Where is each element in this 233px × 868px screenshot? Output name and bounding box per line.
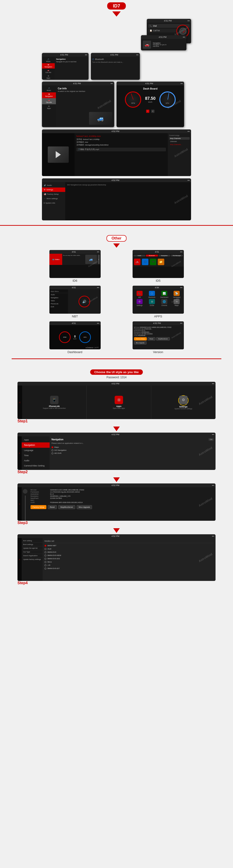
- nbt-screen: 4:51▪▪▪ Main Menu Audio Navigation Video…: [49, 286, 101, 314]
- step4-row: 4:52 PM▪▪▪ ‹ Arm setting Boot settings U…: [18, 534, 215, 586]
- mode-evo-id7[interactable]: BMW-EV0-ID7: [44, 567, 214, 569]
- settings-sysinfo[interactable]: ℹ System info: [42, 201, 65, 205]
- apps-label: APPS: [154, 315, 162, 318]
- bt-title: Bluetooth: [95, 58, 104, 60]
- car-type[interactable]: Car Type: [22, 550, 43, 554]
- id5-label: ID5: [156, 279, 160, 282]
- other-item-dashboard: 4:51▪▪▪ RPM 0 km/h KPH: [35, 321, 115, 354]
- id7-section: ID7 4:51 PM ▪▪▪ 📞 Dial: [0, 0, 233, 233]
- arm-setting[interactable]: Arm setting: [22, 539, 43, 543]
- step2-nav-left[interactable]: ‹: [18, 436, 22, 470]
- other-section: Other 4:51▪▪▪ 📹 Video Do not stop the vi…: [0, 233, 233, 366]
- step1-row: 4:52 PM▪▪▪ ‹ 📱 PhoneLink Support USB or …: [18, 382, 215, 424]
- video-playing: 翻板-手放开(凡哥).mp3: [80, 148, 99, 150]
- version-reset-btn[interactable]: Reset: [147, 337, 156, 340]
- dashboard-label: Dashboard: [68, 350, 82, 354]
- step1-arrow: [113, 427, 120, 431]
- version-upgrade-btn[interactable]: Mcu-Upgrade: [134, 341, 146, 344]
- mode-evo-ids[interactable]: BMW-EV0-IDS: [44, 558, 214, 560]
- ci-car[interactable]: 🚗Car-info: [42, 98, 56, 104]
- step4-label: Step4: [18, 581, 28, 585]
- nav-option-dvr[interactable]: HD DVR: [52, 452, 214, 454]
- nav-title: Navigation: [56, 58, 87, 60]
- version-screen: 4:52 PM▪▪▪ MCUver:0209430CS-DCC-MWB-1901…: [133, 321, 184, 349]
- step3-arrow: [113, 528, 120, 533]
- nav-music-item[interactable]: 🎵Music: [42, 58, 55, 63]
- settings-more[interactable]: ⋯ More settings: [42, 196, 65, 201]
- mode-jr[interactable]: J.R: [44, 564, 214, 566]
- step3-upgrade-btn[interactable]: Mcu-Upgrade: [77, 505, 92, 509]
- update-apk[interactable]: Update the apk list: [22, 547, 43, 550]
- calllist-title: Call list: [153, 29, 160, 32]
- nav-car-item[interactable]: 🚗Car-info: [42, 68, 55, 74]
- id6-screen: 4:51▪▪▪ 📹 Video Do not stop the video wh…: [49, 250, 101, 278]
- calllist-desc: Navigation Navigate for you in real time: [153, 42, 166, 47]
- step3-nav-left[interactable]: ‹: [18, 487, 22, 521]
- nav-option-maps[interactable]: Maps: [52, 446, 214, 448]
- settings-audio[interactable]: 🔊 Audio: [42, 183, 65, 187]
- menu-time[interactable]: Time: [22, 453, 49, 458]
- settings-item-step1[interactable]: ⚙ Settings System function settings: [151, 385, 215, 419]
- version-factory-btn[interactable]: Factory Setup: [134, 337, 147, 340]
- other-item-version: 4:52 PM▪▪▪ MCUver:0209430CS-DCC-MWB-1901…: [118, 321, 198, 354]
- bt-desc: Turn on the Bluetooth device and make a.…: [92, 61, 138, 63]
- menu-language[interactable]: Language: [22, 448, 49, 453]
- video-filename: furious7.tar1.Jr1080p.mov: [76, 135, 166, 137]
- dashboard-mini-screen: 4:51▪▪▪ RPM 0 km/h KPH: [49, 321, 101, 349]
- dash-speed: 87.50: [145, 96, 156, 101]
- section-divider-2: [12, 359, 221, 359]
- settings-settings[interactable]: ⚙ Settings: [42, 187, 65, 192]
- settings-factory[interactable]: 🏭 Factory Setup: [42, 192, 65, 196]
- ci-desc: A switch to the original car interface: [58, 90, 112, 92]
- mode-evo[interactable]: BMW-EV0: [44, 551, 214, 553]
- menu-audio[interactable]: Audio: [22, 458, 49, 463]
- settings-nav-path: IDO Navigation/com.navngo.igo.javaclient…: [67, 184, 189, 186]
- choose-badge: Choose the UI style as you like: [90, 369, 143, 375]
- factory-setup-label: Factory Setup: [47, 193, 59, 195]
- ci-nav[interactable]: 🗺Navigation: [42, 92, 56, 98]
- mode-evo-new[interactable]: BMW-EV0-NEW: [44, 554, 214, 556]
- ci-apps[interactable]: ⊞Apps: [42, 104, 56, 110]
- menu-navigation[interactable]: Navigation: [22, 442, 49, 448]
- dashboard-screen: 4:51 PM ▪▪▪ Dash Board RPM: [116, 82, 184, 127]
- update-factory[interactable]: Update factory settings: [22, 558, 43, 561]
- step3-screen: 4:52 PM▪▪▪ ‹ MCUver:0209430: [18, 484, 215, 521]
- step3-factory-btn[interactable]: Factory Setup: [31, 505, 46, 509]
- step1-nav-left[interactable]: ‹: [18, 385, 22, 419]
- section-divider-1: [0, 225, 233, 226]
- nav-nav-item[interactable]: 🗺Navigation: [42, 63, 55, 68]
- apps-item[interactable]: ⊞ Apps Open more apps: [87, 385, 151, 419]
- step3-reset-btn[interactable]: Reset: [48, 505, 57, 509]
- menu-apps[interactable]: Apps: [22, 437, 49, 442]
- choose-section: Choose the UI style as you like Password…: [0, 366, 233, 592]
- ci-music[interactable]: 🎵Music: [42, 86, 56, 92]
- steps-container: 4:52 PM▪▪▪ ‹ 📱 PhoneLink Support USB or …: [18, 382, 215, 587]
- mode-benz[interactable]: Benz: [44, 561, 214, 563]
- step3-stopmcu-btn[interactable]: StopMcuServer: [58, 505, 75, 509]
- calllist-time: 4:51 PM: [142, 36, 183, 38]
- step4-nav-left[interactable]: ‹: [18, 538, 22, 581]
- boot-settings[interactable]: Boot settings: [22, 543, 43, 547]
- mode-audi[interactable]: Audi: [44, 548, 214, 550]
- nav-apps-item[interactable]: ⊞Apps: [42, 74, 55, 80]
- version-label: Version: [153, 350, 163, 354]
- dial-title: Dial: [153, 25, 157, 27]
- search-app[interactable]: Search Application: [22, 554, 43, 558]
- other-arrow: [113, 244, 120, 248]
- settings-time: 4:52 PM: [43, 179, 187, 181]
- nbt-label: NBT: [72, 315, 78, 318]
- apps-screen: 4:5K▪▪▪ 📞AIR ⬡Bluetooth 📊Dashboard 📡Navi…: [133, 286, 184, 314]
- video-file-type: 文件名: furious7.tar1.Jr1080p: [76, 138, 166, 141]
- menu-camera[interactable]: Camera/Video Setting: [22, 463, 49, 468]
- dial-time: 4:51 PM: [148, 20, 187, 22]
- menu-more[interactable]: More settings: [22, 468, 49, 470]
- phonelink-item[interactable]: 📱 PhoneLink Support USB or Wifi connecti…: [22, 385, 87, 419]
- nav-option-go[interactable]: GO Navigation: [52, 449, 214, 451]
- mode-nbt[interactable]: BMW-NBT: [44, 545, 214, 547]
- other-grid: 4:51▪▪▪ 📹 Video Do not stop the video wh…: [35, 250, 198, 354]
- other-item-apps: 4:5K▪▪▪ 📞AIR ⬡Bluetooth 📊Dashboard 📡Navi…: [118, 286, 198, 318]
- other-badge: Other: [106, 235, 127, 242]
- version-stopmcu-btn[interactable]: StopMcuServer: [156, 337, 170, 340]
- step3-label: Step3: [18, 521, 28, 525]
- step3-row: 4:52 PM▪▪▪ ‹ MCUver:0209430: [18, 484, 215, 526]
